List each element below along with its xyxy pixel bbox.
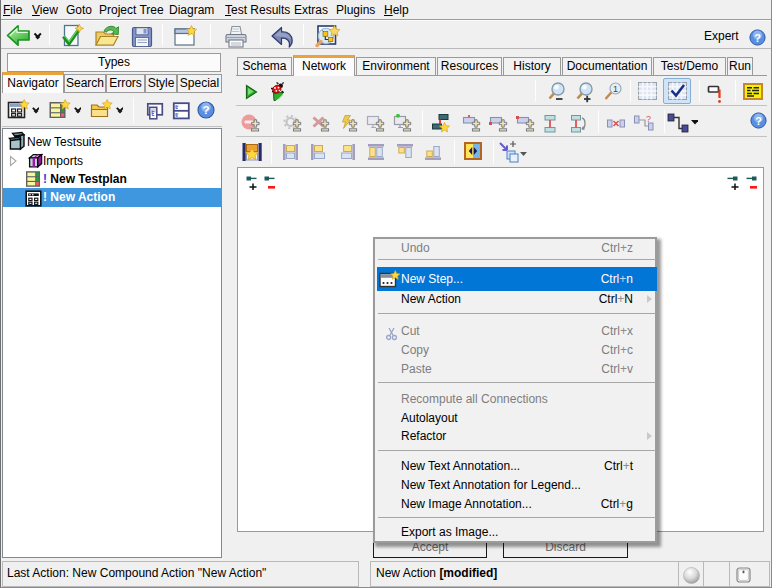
svg-text:?: ?: [646, 114, 651, 124]
svg-text:1: 1: [613, 84, 618, 94]
svg-text:?: ?: [755, 115, 762, 127]
svg-text:?: ?: [754, 32, 761, 44]
svg-text:?: ?: [202, 103, 209, 116]
